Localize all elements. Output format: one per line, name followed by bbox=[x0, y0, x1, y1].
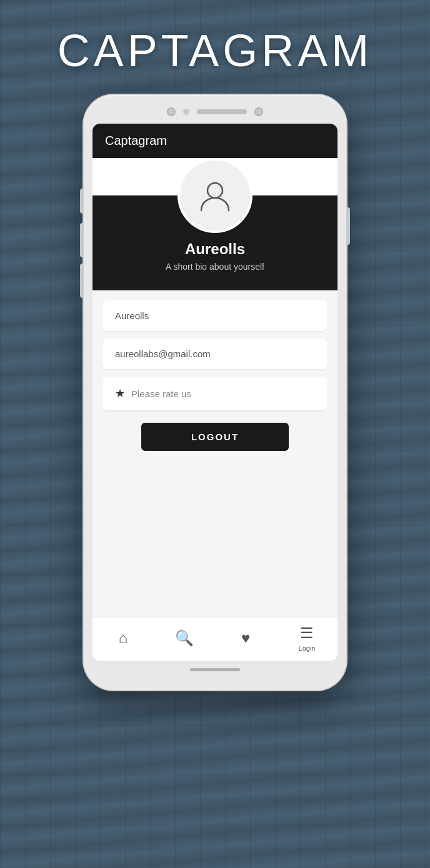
nav-login[interactable]: ☰ Login bbox=[288, 624, 326, 652]
rate-card[interactable]: ★ Please rate us bbox=[102, 377, 328, 410]
username-card: Aureolls bbox=[102, 300, 328, 331]
bottom-navigation: ⌂ 🔍 ♥ ☰ Login bbox=[92, 618, 338, 661]
svg-point-0 bbox=[208, 183, 222, 198]
app-title: CAPTAGRAM bbox=[58, 25, 373, 76]
earpiece-speaker bbox=[197, 109, 247, 114]
silent-switch bbox=[80, 264, 84, 298]
volume-up-button bbox=[80, 189, 84, 214]
menu-icon: ☰ bbox=[300, 624, 314, 642]
profile-name: Aureolls bbox=[185, 240, 245, 258]
app-bar: Captagram bbox=[92, 124, 338, 158]
front-camera bbox=[167, 107, 176, 116]
profile-section: Aureolls A short bio about yourself bbox=[92, 158, 338, 290]
avatar bbox=[178, 158, 252, 233]
proximity-sensor bbox=[183, 109, 189, 115]
content-area: Aureolls aureollabs@gmail.com ★ Please r… bbox=[92, 290, 338, 618]
volume-down-button bbox=[80, 223, 84, 257]
heart-icon: ♥ bbox=[241, 629, 250, 647]
phone-shell: Captagram Aureolls A short bio about you… bbox=[84, 95, 346, 690]
avatar-icon bbox=[196, 177, 234, 214]
email-card: aureollabs@gmail.com bbox=[102, 338, 328, 369]
nav-search[interactable]: 🔍 bbox=[166, 629, 203, 647]
home-indicator-bar bbox=[92, 668, 338, 671]
rate-label: Please rate us bbox=[131, 388, 191, 399]
email-value: aureollabs@gmail.com bbox=[115, 348, 211, 359]
logout-button[interactable]: LOGOUT bbox=[141, 423, 289, 451]
profile-bio: A short bio about yourself bbox=[166, 262, 264, 272]
profile-banner: Aureolls A short bio about yourself bbox=[92, 195, 338, 290]
search-icon: 🔍 bbox=[175, 629, 194, 647]
phone-screen: Captagram Aureolls A short bio about you… bbox=[92, 124, 338, 661]
nav-login-label: Login bbox=[299, 644, 316, 652]
logout-section: LOGOUT bbox=[102, 418, 328, 463]
home-icon: ⌂ bbox=[119, 629, 128, 647]
username-value: Aureolls bbox=[115, 310, 149, 321]
star-icon: ★ bbox=[115, 387, 125, 400]
phone-top-bar bbox=[92, 107, 338, 116]
nav-home[interactable]: ⌂ bbox=[104, 629, 142, 647]
front-camera-2 bbox=[254, 107, 263, 116]
home-indicator bbox=[190, 668, 240, 671]
nav-favorites[interactable]: ♥ bbox=[227, 629, 264, 647]
power-button bbox=[346, 207, 350, 245]
app-bar-title: Captagram bbox=[105, 134, 167, 147]
